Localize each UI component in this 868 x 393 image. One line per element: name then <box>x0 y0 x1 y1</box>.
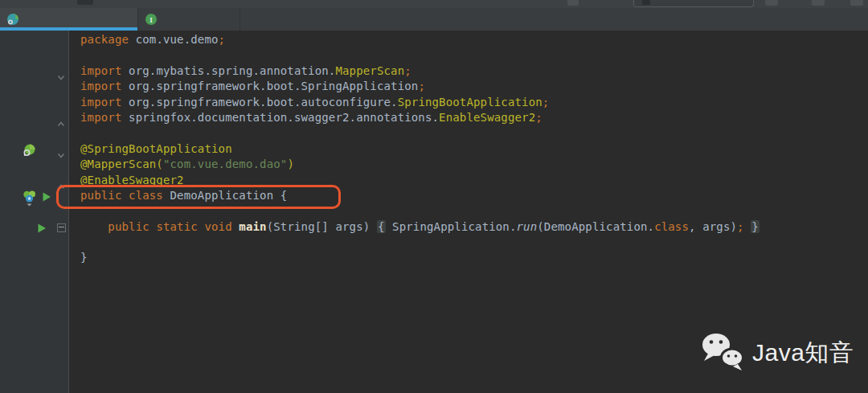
code-token: org.springframework.boot.SpringApplicati… <box>121 80 418 92</box>
gutter-cell <box>0 141 68 157</box>
gutter-cell <box>0 235 68 250</box>
code-line-content[interactable]: import org.springframework.boot.SpringAp… <box>68 79 868 94</box>
gutter-cell <box>0 219 68 235</box>
code-token: import <box>80 64 121 77</box>
code-token: "com.vue.demo.dao" <box>163 158 287 170</box>
code-line-content[interactable] <box>68 266 868 281</box>
gutter-cell <box>0 110 68 125</box>
code-line: package com.vue.demo; <box>0 32 868 47</box>
code-line-content[interactable]: } <box>68 250 868 265</box>
code-token: EnableSwagger2 <box>439 111 535 124</box>
code-token: ) <box>287 158 294 170</box>
code-token: ; <box>535 111 542 124</box>
code-line <box>0 235 868 250</box>
tab-DemoApplication.java[interactable] <box>0 8 138 31</box>
code-line-content[interactable] <box>68 125 868 141</box>
main-toolbar <box>0 0 868 8</box>
tab-UserDao.java[interactable]: I <box>138 8 240 31</box>
run-button-icon[interactable] <box>765 0 778 6</box>
gutter-cell <box>0 250 68 265</box>
watermark: Java知音 <box>701 331 854 375</box>
annotation-highlight-box <box>56 185 341 209</box>
code-line: import springfox.documentation.swagger2.… <box>0 110 868 125</box>
code-token: { <box>377 220 386 233</box>
code-line <box>0 125 868 141</box>
editor-tab-bar: I <box>0 8 868 31</box>
code-token: SpringBootApplication <box>398 96 542 108</box>
debug-button-icon[interactable] <box>812 0 825 6</box>
code-token: import <box>80 111 121 124</box>
run-config-icon <box>642 0 650 5</box>
gutter-cell <box>0 266 68 281</box>
gutter-cell <box>0 79 68 94</box>
code-line: import org.mybatis.spring.annotation.Map… <box>0 63 868 79</box>
code-token: class <box>654 220 689 233</box>
code-line-content[interactable]: import springfox.documentation.swagger2.… <box>68 110 868 125</box>
code-token: import <box>80 96 121 108</box>
code-line-content[interactable]: @MapperScan("com.vue.demo.dao") <box>68 157 868 172</box>
code-token: ; <box>418 80 425 92</box>
code-token: run <box>517 220 538 233</box>
code-token: ; <box>219 33 226 46</box>
fold-box-icon[interactable] <box>57 223 66 232</box>
toolbar-button-icon[interactable] <box>567 0 579 6</box>
code-token: springfox.documentation.swagger2.annotat… <box>121 111 439 124</box>
code-token: org.springframework.boot.autoconfigure. <box>121 96 397 108</box>
code-line-content[interactable] <box>68 235 868 250</box>
wechat-icon <box>701 331 744 375</box>
code-token: (DemoApplication. <box>537 220 654 233</box>
java-interface-icon: I <box>145 13 158 26</box>
code-token <box>744 220 751 233</box>
code-token: } <box>80 251 88 264</box>
code-token: MapperScan <box>335 64 404 77</box>
code-line: } <box>0 250 868 265</box>
gutter-cell <box>0 95 68 110</box>
gutter-cell <box>0 157 68 172</box>
code-line <box>0 47 868 63</box>
watermark-text: Java知音 <box>752 337 854 370</box>
code-line: import org.springframework.boot.autoconf… <box>0 95 868 110</box>
code-line-content[interactable] <box>68 47 868 63</box>
code-token: @MapperScan( <box>80 158 163 170</box>
gutter-cell <box>0 173 68 188</box>
code-line-content[interactable]: public static void main(String[] args) {… <box>68 219 868 235</box>
code-line: public static void main(String[] args) {… <box>0 219 868 235</box>
gutter-cell <box>0 32 68 47</box>
code-token: @SpringBootApplication <box>80 142 232 155</box>
code-token: , args) <box>689 220 737 233</box>
code-token: ; <box>542 96 550 108</box>
run-configuration-combo[interactable] <box>633 0 754 7</box>
code-token: package <box>80 33 129 46</box>
code-token: import <box>80 80 121 92</box>
code-token: public static void <box>108 220 231 233</box>
code-token: ; <box>404 64 411 77</box>
gutter-cell <box>0 47 68 63</box>
code-token: main <box>239 220 266 233</box>
toolbar-widget-icon[interactable] <box>77 0 93 5</box>
code-line: @SpringBootApplication <box>0 141 868 157</box>
code-token: } <box>751 220 760 233</box>
toolbar-more-icon[interactable] <box>850 0 863 6</box>
code-token: SpringApplication. <box>386 220 517 233</box>
code-line-content[interactable]: import org.mybatis.spring.annotation.Map… <box>68 63 868 79</box>
spring-boot-class-icon <box>6 13 19 26</box>
code-token: com.vue.demo <box>129 33 219 46</box>
code-token: ; <box>737 220 744 233</box>
code-token: org.mybatis.spring.annotation. <box>121 64 335 77</box>
svg-text:I: I <box>149 16 153 24</box>
code-line: import org.springframework.boot.SpringAp… <box>0 79 868 94</box>
gutter-cell <box>0 125 68 141</box>
code-token <box>80 220 108 233</box>
gutter-cell <box>0 63 68 79</box>
code-token: (String[] args) <box>267 220 377 233</box>
code-line-content[interactable]: @SpringBootApplication <box>68 141 868 157</box>
code-line <box>0 266 868 281</box>
code-line: @MapperScan("com.vue.demo.dao") <box>0 157 868 172</box>
code-line-content[interactable]: import org.springframework.boot.autoconf… <box>68 95 868 110</box>
code-line-content[interactable]: package com.vue.demo; <box>68 32 868 47</box>
ide-window: I package com.vue.demo;import org.mybati… <box>0 0 868 393</box>
